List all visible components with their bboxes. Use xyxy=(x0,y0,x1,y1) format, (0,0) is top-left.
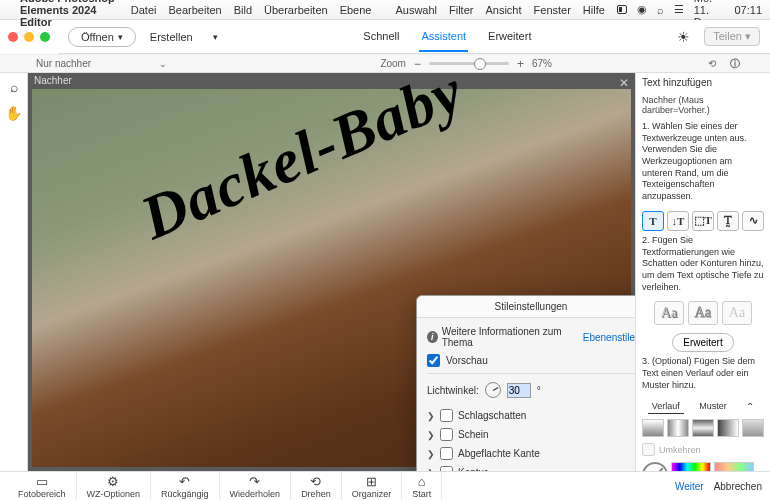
side-toolbar: ⌕ ✋ xyxy=(0,73,28,471)
text-tool-path[interactable]: T̰ xyxy=(717,211,739,231)
zoom-slider[interactable] xyxy=(429,62,509,65)
chevron-down-icon: ⌄ xyxy=(159,59,167,69)
tab-verlauf[interactable]: Verlauf xyxy=(648,399,684,414)
search-icon[interactable]: ⌕ xyxy=(657,4,664,16)
gradient-tabs: Verlauf Muster ⌃ xyxy=(642,399,764,414)
open-button-label: Öffnen xyxy=(81,31,114,43)
reset-icon[interactable]: ⟲ xyxy=(708,58,716,69)
no-gradient-icon[interactable] xyxy=(642,462,668,471)
wiederholen-button[interactable]: ↷Wiederholen xyxy=(220,472,292,500)
info-icon: i xyxy=(427,331,438,343)
menu-ueberarbeiten[interactable]: Überarbeiten xyxy=(264,4,328,16)
home-icon: ⌂ xyxy=(418,475,426,488)
text-tool-selection[interactable]: ⬚T xyxy=(692,211,714,231)
step-1-text: 1. Wählen Sie eines der Textwerkzeuge un… xyxy=(642,121,764,203)
hand-tool-icon[interactable]: ✋ xyxy=(5,105,22,121)
menu-datei[interactable]: Datei xyxy=(131,4,157,16)
style-shadow[interactable]: Aa xyxy=(654,301,684,325)
menu-ansicht[interactable]: Ansicht xyxy=(485,4,521,16)
text-style-grid: Aa Aa Aa xyxy=(642,301,764,325)
minimize-window-icon[interactable] xyxy=(24,32,34,42)
dialog-info-text: Weitere Informationen zum Thema xyxy=(442,326,579,348)
menu-filter[interactable]: Filter xyxy=(449,4,473,16)
panel-title: Text hinzufügen xyxy=(642,77,712,88)
mode-tabs: Schnell Assistent Erweitert xyxy=(361,22,533,52)
close-icon[interactable]: ✕ xyxy=(619,76,629,90)
option-kontur[interactable]: ❯Kontur xyxy=(427,463,635,471)
menu-fenster[interactable]: Fenster xyxy=(534,4,571,16)
wz-optionen-button[interactable]: ⚙WZ-Optionen xyxy=(77,472,152,500)
tab-muster[interactable]: Muster xyxy=(695,399,731,414)
angle-label: Lichtwinkel: xyxy=(427,385,479,396)
text-tool-vertical[interactable]: ↓T xyxy=(667,211,689,231)
brightness-icon[interactable]: ☀ xyxy=(677,29,690,45)
window-controls xyxy=(0,20,58,54)
style-outline[interactable]: Aa xyxy=(688,301,718,325)
menu-hilfe[interactable]: Hilfe xyxy=(583,4,605,16)
style-bevel[interactable]: Aa xyxy=(722,301,752,325)
tab-assistent[interactable]: Assistent xyxy=(419,22,468,52)
thumb-caption: Nachher (Maus darüber=Vorher.) xyxy=(642,95,764,115)
step-3-text: 3. (Optional) Fügen Sie dem Text einen V… xyxy=(642,356,764,391)
step-2-text: 2. Fügen Sie Textformatierungen wie Scha… xyxy=(642,235,764,293)
angle-input[interactable] xyxy=(507,383,531,398)
angle-dial[interactable] xyxy=(485,382,501,398)
text-tool-horizontal[interactable]: T xyxy=(642,211,664,231)
tab-erweitert[interactable]: Erweitert xyxy=(486,22,533,52)
app-toolbar: Öffnen ▾ Erstellen ▾ Schnell Assistent E… xyxy=(58,20,770,54)
menu-auswahl[interactable]: Auswahl xyxy=(395,4,437,16)
text-tool-grid: T ↓T ⬚T T̰ ∿ xyxy=(642,211,764,231)
menu-bearbeiten[interactable]: Bearbeiten xyxy=(168,4,221,16)
layer-styles-link[interactable]: Ebenenstile xyxy=(583,332,635,343)
gradient-swatch[interactable] xyxy=(671,462,711,471)
drehen-button[interactable]: ⟲Drehen xyxy=(291,472,342,500)
fotobereich-button[interactable]: ▭Fotobereich xyxy=(8,472,77,500)
control-center-icon[interactable]: ☰ xyxy=(674,3,684,16)
fullscreen-window-icon[interactable] xyxy=(40,32,50,42)
menubar-time[interactable]: 07:11 xyxy=(734,4,762,16)
right-panel: Text hinzufügen FRÜHLING Nachher (Maus d… xyxy=(635,73,770,471)
gradient-swatch[interactable] xyxy=(717,419,739,437)
gradient-swatch[interactable] xyxy=(692,419,714,437)
style-options-list: ❯Schlagschatten ❯Schein ❯Abgeflachte Kan… xyxy=(427,406,635,471)
bottom-bar: ▭Fotobereich ⚙WZ-Optionen ↶Rückgängig ↷W… xyxy=(0,471,770,500)
menu-ebene[interactable]: Ebene xyxy=(340,4,372,16)
organizer-button[interactable]: ⊞Organizer xyxy=(342,472,403,500)
macos-menubar: Adobe Photoshop Elements 2024 Editor Dat… xyxy=(0,0,770,20)
chevron-down-icon: ▾ xyxy=(213,32,218,42)
view-strip: Nur nachher ⌄ Zoom − + 67% ⟲ ⓘ xyxy=(0,55,770,73)
dialog-title: Stileinstellungen xyxy=(417,296,635,318)
grid-icon: ⊞ xyxy=(366,475,377,488)
style-settings-dialog: Stileinstellungen i Weitere Informatione… xyxy=(416,295,635,471)
gradient-swatch[interactable] xyxy=(714,462,754,471)
option-abgeflachte-kante[interactable]: ❯Abgeflachte Kante xyxy=(427,444,635,463)
gradient-swatch[interactable] xyxy=(742,419,764,437)
magnify-tool-icon[interactable]: ⌕ xyxy=(10,79,18,95)
open-button[interactable]: Öffnen ▾ xyxy=(68,27,136,47)
degree-symbol: ° xyxy=(537,385,541,396)
rueckgaengig-button[interactable]: ↶Rückgängig xyxy=(151,472,220,500)
erweitert-button[interactable]: Erweitert xyxy=(672,333,733,352)
gradient-swatch[interactable] xyxy=(667,419,689,437)
close-window-icon[interactable] xyxy=(8,32,18,42)
share-button[interactable]: Teilen ▾ xyxy=(704,27,760,46)
canvas-text-layer[interactable]: Dackel-Baby xyxy=(28,73,601,308)
text-tool-warp[interactable]: ∿ xyxy=(742,211,764,231)
menu-bild[interactable]: Bild xyxy=(234,4,252,16)
photo-bin-icon: ▭ xyxy=(36,475,48,488)
start-button[interactable]: ⌂Start xyxy=(402,472,442,500)
wifi-icon: ◉ xyxy=(637,3,647,16)
option-schein[interactable]: ❯Schein xyxy=(427,425,635,444)
abbrechen-button[interactable]: Abbrechen xyxy=(714,481,762,492)
canvas-container: Nachher ✕ Dackel-Baby Stileinstellungen … xyxy=(28,73,635,471)
preview-checkbox[interactable] xyxy=(427,354,440,367)
gradient-swatch[interactable] xyxy=(642,419,664,437)
chevron-down-icon: ▾ xyxy=(118,32,123,42)
option-schlagschatten[interactable]: ❯Schlagschatten xyxy=(427,406,635,425)
tab-schnell[interactable]: Schnell xyxy=(361,22,401,52)
info-icon[interactable]: ⓘ xyxy=(730,57,740,71)
weiter-button[interactable]: Weiter xyxy=(675,481,704,492)
chevron-up-icon[interactable]: ⌃ xyxy=(742,399,758,414)
view-mode-select[interactable]: Nur nachher xyxy=(36,58,91,69)
create-button[interactable]: Erstellen xyxy=(150,31,193,43)
